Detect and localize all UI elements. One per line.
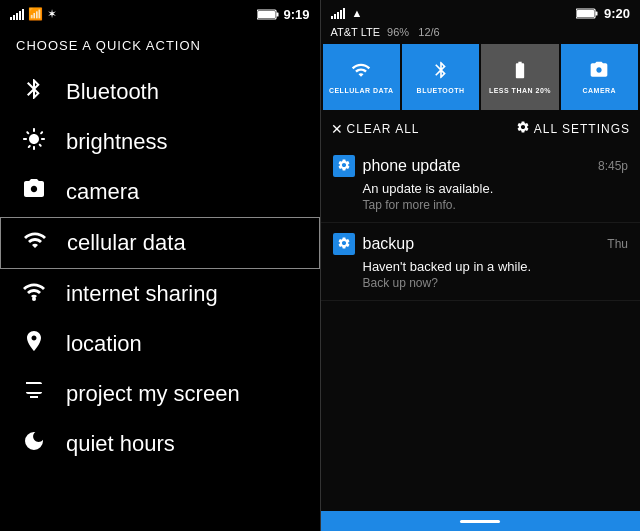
right-status-left: ▲	[331, 7, 363, 19]
menu-item-project[interactable]: project my screen	[0, 369, 320, 419]
battery-icon	[257, 9, 279, 20]
left-status-bar: 📶 ✶ 9:19	[0, 0, 320, 28]
menu-item-cellular[interactable]: cellular data	[0, 217, 320, 269]
tile-battery-icon	[510, 60, 530, 85]
brightness-icon	[16, 127, 52, 157]
right-panel: ▲ 9:20 AT&T LTE 96% 12/6 CELLULAR DATA	[321, 0, 641, 531]
action-bar: ✕ CLEAR ALL ALL SETTINGS	[321, 112, 641, 145]
right-status-bar: ▲ 9:20	[321, 0, 641, 26]
settings-icon	[516, 120, 530, 137]
quiet-icon	[16, 429, 52, 459]
svg-rect-1	[277, 12, 279, 16]
clear-all-icon: ✕	[331, 121, 343, 137]
carrier-text: AT&T LTE	[331, 26, 381, 38]
bottom-indicator	[460, 520, 500, 523]
menu-item-bluetooth[interactable]: Bluetooth	[0, 67, 320, 117]
tile-battery[interactable]: LESS THAN 20%	[481, 44, 558, 110]
notif-phone-update[interactable]: phone update 8:45p An update is availabl…	[321, 145, 641, 223]
left-status-icons: 📶 ✶	[10, 7, 57, 21]
right-status-right: 9:20	[576, 6, 630, 21]
notif-backup-time: Thu	[607, 237, 628, 251]
tile-battery-label: LESS THAN 20%	[489, 87, 551, 94]
bluetooth-status-icon: ✶	[47, 7, 57, 21]
quick-tiles: CELLULAR DATA BLUETOOTH LESS THAN 20% CA…	[321, 42, 641, 112]
cellular-icon	[17, 228, 53, 258]
svg-rect-2	[258, 11, 275, 18]
clear-all-button[interactable]: ✕ CLEAR ALL	[331, 121, 420, 137]
notifications-list: phone update 8:45p An update is availabl…	[321, 145, 641, 511]
bluetooth-label: Bluetooth	[66, 79, 159, 105]
notif-phone-update-sub: Tap for more info.	[363, 198, 629, 212]
signal-icon	[10, 8, 24, 20]
project-icon	[16, 379, 52, 409]
tile-camera-label: CAMERA	[582, 87, 616, 94]
left-panel: 📶 ✶ 9:19 CHOOSE A QUICK ACTION Bluetooth	[0, 0, 320, 531]
project-label: project my screen	[66, 381, 240, 407]
menu-item-brightness[interactable]: brightness	[0, 117, 320, 167]
left-time: 9:19	[283, 7, 309, 22]
right-battery-icon	[576, 8, 598, 19]
tile-camera-icon	[589, 60, 609, 85]
camera-icon	[16, 177, 52, 207]
battery-date: 96% 12/6	[387, 26, 440, 38]
right-bottom-bar	[321, 511, 641, 531]
right-carrier: AT&T LTE 96% 12/6	[321, 26, 641, 42]
menu-item-internet[interactable]: internet sharing	[0, 269, 320, 319]
notif-phone-update-app: phone update	[363, 157, 461, 175]
menu-list: Bluetooth brightness camera cellular dat…	[0, 67, 320, 469]
tile-bluetooth[interactable]: BLUETOOTH	[402, 44, 479, 110]
menu-item-location[interactable]: location	[0, 319, 320, 369]
notif-phone-update-main: An update is available.	[363, 181, 629, 196]
notif-backup-sub: Back up now?	[363, 276, 629, 290]
internet-icon	[16, 279, 52, 309]
svg-rect-5	[595, 11, 597, 15]
notif-backup-header: backup Thu	[333, 233, 629, 255]
tile-cellular-label: CELLULAR DATA	[329, 87, 394, 94]
location-label: location	[66, 331, 142, 357]
right-wifi-icon: ▲	[352, 7, 363, 19]
internet-label: internet sharing	[66, 281, 218, 307]
location-icon	[16, 329, 52, 359]
notif-phone-update-time: 8:45p	[598, 159, 628, 173]
svg-point-3	[32, 297, 36, 301]
notif-phone-update-header: phone update 8:45p	[333, 155, 629, 177]
left-status-right: 9:19	[257, 7, 309, 22]
notif-backup-main: Haven't backed up in a while.	[363, 259, 629, 274]
camera-label: camera	[66, 179, 139, 205]
cellular-label: cellular data	[67, 230, 186, 256]
all-settings-button[interactable]: ALL SETTINGS	[516, 120, 630, 137]
brightness-label: brightness	[66, 129, 168, 155]
svg-rect-6	[577, 10, 594, 17]
tile-cellular[interactable]: CELLULAR DATA	[323, 44, 400, 110]
tile-camera[interactable]: CAMERA	[561, 44, 638, 110]
tile-cellular-icon	[351, 60, 371, 85]
tile-bluetooth-label: BLUETOOTH	[417, 87, 465, 94]
notif-backup[interactable]: backup Thu Haven't backed up in a while.…	[321, 223, 641, 301]
menu-item-camera[interactable]: camera	[0, 167, 320, 217]
wifi-icon: 📶	[28, 7, 43, 21]
right-time: 9:20	[604, 6, 630, 21]
clear-all-label: CLEAR ALL	[347, 122, 420, 136]
left-title: CHOOSE A QUICK ACTION	[0, 28, 320, 67]
quiet-label: quiet hours	[66, 431, 175, 457]
menu-item-quiet[interactable]: quiet hours	[0, 419, 320, 469]
notif-backup-app: backup	[363, 235, 415, 253]
bluetooth-icon	[16, 77, 52, 107]
all-settings-label: ALL SETTINGS	[534, 122, 630, 136]
notif-phone-update-icon	[333, 155, 355, 177]
tile-bluetooth-icon	[431, 60, 451, 85]
right-signal-icon	[331, 7, 345, 19]
notif-backup-icon	[333, 233, 355, 255]
